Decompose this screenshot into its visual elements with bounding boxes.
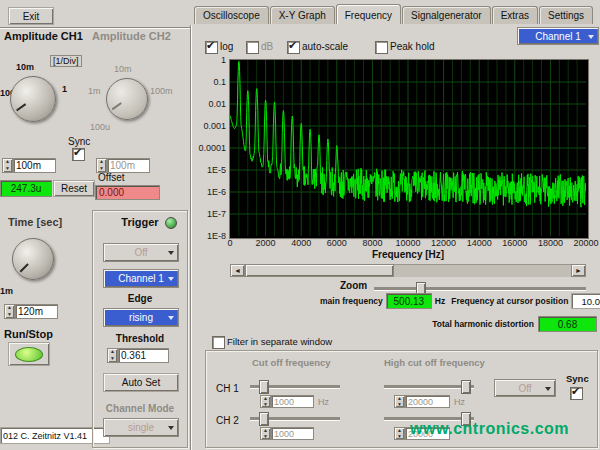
ch2-tick-100u: 100u [90, 122, 110, 132]
ch2-cutoff-value[interactable]: ▲▼ 1000 [260, 427, 314, 440]
run-stop-led [15, 347, 43, 362]
ch2-tick-100m: 100m [150, 86, 173, 96]
cutoff-header: Cut off frequency [252, 357, 331, 368]
cursor-frequency-label: Frequency at cursor position [451, 296, 568, 306]
amplitude-ch1-title: Amplitude CH1 [4, 30, 83, 42]
zoom-label: Zoom [340, 280, 367, 291]
x-axis-tick-label: 18000 [530, 238, 570, 248]
filter-separate-window-label: Filter in separate window [227, 336, 332, 347]
x-axis-tick-label: 6000 [317, 238, 357, 248]
channel-select-button[interactable]: Channel 1 [517, 27, 599, 45]
scrollbar-track[interactable] [245, 264, 571, 277]
main-frequency-field: 500.13 [386, 293, 432, 309]
sync-checkbox[interactable] [72, 148, 85, 161]
tab-signalgenerator[interactable]: Signalgenerator [402, 6, 491, 24]
x-axis-tick-label: 2000 [246, 238, 286, 248]
y-axis-tick-label: 0.01 [190, 99, 226, 109]
threshold-label: Threshold [93, 333, 187, 344]
ch1-high-cutoff-slider-thumb[interactable] [461, 380, 471, 394]
run-stop-label: Run/Stop [4, 328, 53, 340]
amplitude-ch1-value[interactable]: ▲▼ 100m [2, 158, 56, 173]
y-axis-tick-label: 0.0001 [190, 143, 226, 153]
scroll-right-arrow[interactable]: ► [571, 264, 586, 277]
ch1-cutoff-unit: Hz [318, 397, 329, 407]
x-axis-tick-label: 10000 [388, 238, 428, 248]
peak-hold-label: Peak hold [390, 41, 434, 52]
plot-scrollbar[interactable]: ◄ ► [230, 264, 586, 277]
tab-settings[interactable]: Settings [539, 6, 593, 24]
amplitude-ch2-knob[interactable] [106, 78, 148, 120]
ch2-cutoff-slider-thumb[interactable] [259, 412, 269, 426]
ch2-cutoff-slider[interactable] [250, 411, 340, 424]
x-axis-tick-label: 12000 [424, 238, 464, 248]
amplitude-unit-label: [1/Div] [50, 55, 82, 67]
filter-separate-window-checkbox[interactable] [212, 336, 225, 349]
ch2-cutoff-text: 1000 [271, 427, 314, 440]
trigger-led [165, 217, 177, 229]
tab-x-y-graph[interactable]: X-Y Graph [270, 6, 335, 24]
y-axis-tick-label: 1E-6 [190, 187, 226, 197]
ch1-high-cutoff-value[interactable]: ▲▼ 20000 [394, 395, 450, 408]
db-label: dB [261, 41, 273, 52]
trigger-mode-dropdown[interactable]: Off [103, 243, 179, 262]
x-axis-tick-label: 20000 [566, 238, 600, 248]
high-cutoff-header: High cut off frequency [384, 357, 485, 368]
y-axis-tick-label: 1E-5 [190, 165, 226, 175]
measured-amplitude-field: 247.3u [0, 180, 52, 197]
db-checkbox[interactable] [246, 41, 259, 54]
y-axis-tick-label: 0.1 [190, 77, 226, 87]
log-checkbox[interactable] [205, 41, 218, 54]
channel-mode-dropdown[interactable]: single [103, 418, 179, 437]
amplitude-ch1-knob[interactable] [10, 76, 56, 122]
app-window: Exit Amplitude CH1 Amplitude CH2 [1/Div]… [0, 0, 600, 450]
main-frequency-unit: Hz [435, 296, 445, 306]
amplitude-ch2-title: Amplitude CH2 [92, 30, 171, 42]
filter-mode-dropdown[interactable]: Off [494, 379, 556, 397]
thd-field: 0.68 [538, 316, 597, 332]
tab-frequency[interactable]: Frequency [336, 4, 401, 24]
auto-set-button[interactable]: Auto Set [103, 373, 179, 392]
autoscale-checkbox[interactable] [287, 41, 300, 54]
x-axis-title: Frequency [Hz] [230, 249, 586, 260]
ch1-high-cutoff-unit: Hz [454, 397, 465, 407]
trigger-edge-dropdown[interactable]: rising [103, 308, 179, 327]
spectrum-plot-frame [229, 59, 589, 239]
main-frequency-label: main frequency [320, 296, 383, 306]
x-axis-tick-label: 16000 [495, 238, 535, 248]
reset-button[interactable]: Reset [53, 180, 95, 197]
time-value[interactable]: ▲▼ 120m [4, 304, 58, 319]
spectrum-plot[interactable] [230, 60, 586, 236]
time-knob[interactable] [12, 238, 54, 280]
threshold-value[interactable]: ▲▼ 0.361 [107, 348, 169, 363]
scroll-left-arrow[interactable]: ◄ [230, 264, 245, 277]
exit-button[interactable]: Exit [8, 7, 54, 25]
thd-row: Total harmonic distortion 0.68 [432, 316, 597, 332]
thd-label: Total harmonic distortion [432, 319, 534, 329]
tab-extras[interactable]: Extras [492, 6, 538, 24]
offset-field: 0.000 [95, 185, 160, 200]
time-title: Time [sec] [8, 216, 62, 228]
filter-sync-checkbox[interactable] [570, 387, 583, 400]
ch1-tick-10m: 10m [16, 62, 34, 72]
y-axis-tick-label: 0.001 [190, 121, 226, 131]
time-value-text: 120m [15, 304, 58, 319]
ch1-tick-1: 1 [62, 84, 67, 94]
tab-oscilloscope[interactable]: Oscilloscope [194, 6, 269, 24]
run-stop-button[interactable] [8, 342, 50, 366]
ch1-cutoff-text: 1000 [271, 395, 314, 408]
peak-hold-checkbox[interactable] [375, 41, 388, 54]
cursor-frequency-field[interactable]: 10.000k [571, 293, 600, 309]
autoscale-label: auto-scale [302, 41, 348, 52]
ch1-high-cutoff-text: 20000 [405, 395, 450, 408]
trigger-group: Trigger Off Channel 1 Edge rising Thresh… [92, 210, 188, 448]
offset-label: Offset [98, 172, 125, 183]
ch1-cutoff-value[interactable]: ▲▼ 1000 [260, 395, 314, 408]
scrollbar-thumb[interactable] [245, 264, 394, 277]
ch1-cutoff-slider[interactable] [250, 379, 340, 392]
x-axis-tick-label: 14000 [459, 238, 499, 248]
trigger-source-dropdown[interactable]: Channel 1 [103, 269, 179, 288]
amplitude-ch2-value[interactable]: ▲▼ 100m [96, 158, 150, 173]
threshold-value-text: 0.361 [118, 348, 169, 363]
ch1-cutoff-slider-thumb[interactable] [259, 380, 269, 394]
ch1-high-cutoff-slider[interactable] [384, 379, 474, 392]
